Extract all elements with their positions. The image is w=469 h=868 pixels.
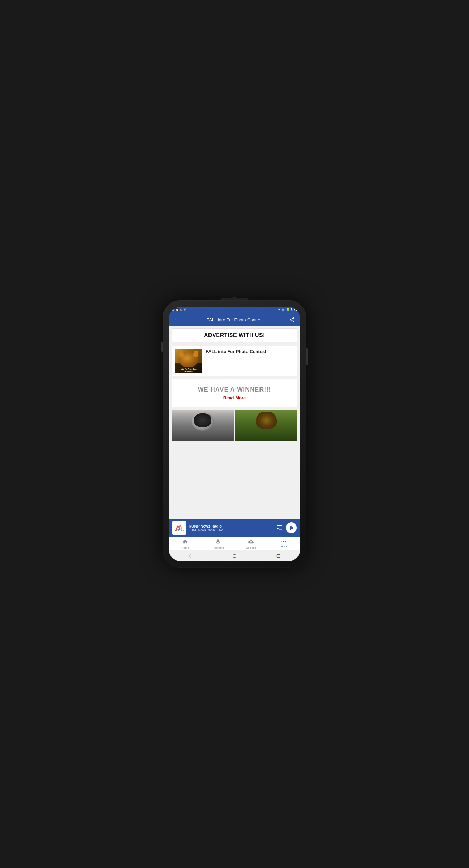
station-logo: KONP NEWS RADIO 1450 101.7 101.3 — [172, 521, 186, 535]
battery-icon: 🔋 — [286, 308, 290, 311]
lightning-status-icon: ⚡ — [183, 308, 187, 311]
article-title: FALL into Fur Photo Contest — [206, 349, 294, 354]
nav-uploads-label: Uploads — [246, 546, 256, 549]
more-icon: ··· — [281, 539, 287, 544]
station-subtitle: KONP News Radio - Live — [189, 528, 273, 532]
clock: 5:31 — [291, 308, 297, 312]
ad-banner[interactable]: ADVERTISE WITH US! — [172, 328, 297, 342]
image-status-icon: 🖼 — [172, 308, 174, 311]
podcasts-icon — [215, 539, 221, 546]
nav-more-label: More — [281, 545, 287, 548]
winner-title: WE HAVE A WINNER!!! — [175, 386, 294, 393]
svg-rect-11 — [277, 554, 280, 557]
nav-home[interactable]: Home — [169, 539, 202, 549]
article-thumbnail: into Fur Photo Con WINNER!!! — [175, 349, 202, 373]
svg-point-0 — [293, 317, 294, 319]
recents-nav-button[interactable] — [275, 553, 282, 559]
read-more-link[interactable]: Read More — [175, 395, 294, 400]
status-icons-right: ▼ ▣ 🔋 5:31 — [278, 308, 297, 312]
nav-more[interactable]: ··· More — [267, 539, 300, 549]
status-bar: 🖼 N ⚠ ⚡ ▼ ▣ 🔋 5:31 — [169, 307, 300, 313]
volume-button — [161, 342, 163, 352]
svg-line-4 — [291, 318, 293, 319]
winner-section: WE HAVE A WINNER!!! Read More — [172, 379, 297, 407]
station-info: KONP News Radio KONP News Radio - Live — [189, 524, 273, 532]
now-playing-bar: KONP NEWS RADIO 1450 101.7 101.3 KONP Ne… — [169, 519, 300, 537]
back-nav-button[interactable] — [187, 553, 194, 559]
svg-point-2 — [293, 321, 294, 322]
app-bar-title: FALL into Fur Photo Contest — [181, 317, 288, 322]
svg-line-3 — [291, 320, 293, 321]
share-button[interactable] — [288, 315, 296, 324]
dog-photo-2[interactable] — [235, 410, 297, 441]
android-nav-bar — [169, 550, 300, 561]
signal-icon: ▣ — [282, 308, 285, 311]
bottom-nav: Home Podcasts Uploads — [169, 537, 300, 550]
n-status-icon: N — [175, 308, 179, 311]
svg-point-1 — [290, 319, 291, 321]
svg-point-10 — [233, 554, 236, 557]
phone-speaker — [221, 298, 248, 300]
phone-screen: 🖼 N ⚠ ⚡ ▼ ▣ 🔋 5:31 ← FALL into Fur Photo… — [169, 307, 300, 561]
power-button — [306, 348, 308, 365]
nav-podcasts[interactable]: Podcasts — [202, 539, 234, 549]
app-bar: ← FALL into Fur Photo Contest — [169, 313, 300, 326]
phone-device: 🖼 N ⚠ ⚡ ▼ ▣ 🔋 5:31 ← FALL into Fur Photo… — [163, 300, 306, 568]
nav-uploads[interactable]: Uploads — [234, 539, 267, 549]
svg-marker-6 — [277, 527, 279, 529]
station-name: KONP News Radio — [189, 524, 273, 528]
back-button[interactable]: ← — [173, 315, 181, 324]
playlist-button[interactable] — [276, 525, 283, 531]
home-icon — [182, 539, 188, 546]
ad-banner-text: ADVERTISE WITH US! — [175, 332, 294, 338]
nav-podcasts-label: Podcasts — [213, 546, 224, 549]
uploads-icon — [248, 539, 254, 546]
article-thumb-label: into Fur Photo Con WINNER!!! — [175, 368, 202, 372]
warning-status-icon: ⚠ — [180, 308, 182, 311]
home-nav-button[interactable] — [231, 553, 238, 559]
article-card[interactable]: into Fur Photo Con WINNER!!! FALL into F… — [172, 346, 297, 376]
dog-photo-1[interactable] — [172, 410, 234, 441]
photos-grid — [172, 410, 297, 441]
status-icons-left: 🖼 N ⚠ ⚡ — [172, 308, 187, 311]
play-button[interactable] — [286, 522, 297, 533]
nav-home-label: Home — [181, 546, 189, 549]
wifi-icon: ▼ — [278, 308, 281, 311]
content-area: ADVERTISE WITH US! into Fur Photo Con WI… — [169, 326, 300, 519]
play-icon — [290, 525, 294, 530]
